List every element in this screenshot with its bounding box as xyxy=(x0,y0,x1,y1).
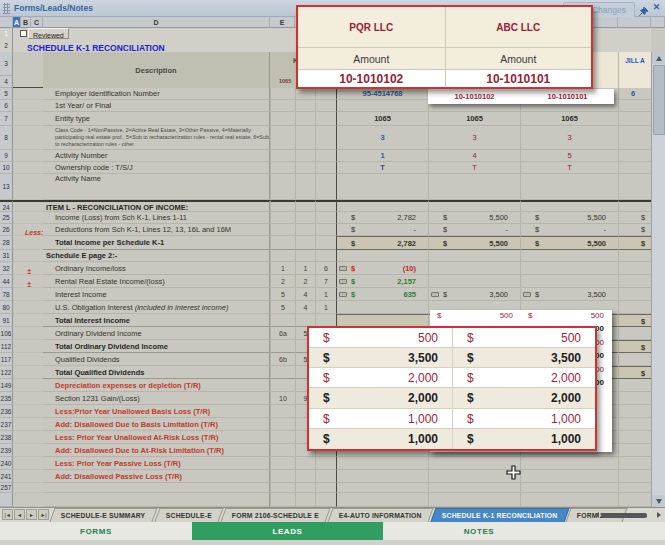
grid-cell[interactable] xyxy=(21,162,43,174)
line-number-cell[interactable] xyxy=(270,150,295,162)
grid-cell[interactable] xyxy=(618,250,651,262)
line-number-cell[interactable]: 6b xyxy=(270,353,295,366)
row-header[interactable]: 4 xyxy=(0,76,13,88)
description-cell[interactable] xyxy=(43,493,270,507)
line-number-cell[interactable]: 1 xyxy=(295,262,315,275)
grid-cell[interactable] xyxy=(428,493,520,507)
description-cell[interactable]: Employer Identification Number xyxy=(43,88,270,100)
grid-cell[interactable] xyxy=(618,150,651,162)
pin-icon[interactable] xyxy=(638,3,649,14)
reviewed-label[interactable]: Reviewed xyxy=(28,28,69,39)
line-number-cell[interactable] xyxy=(295,493,315,507)
line-number-cell[interactable] xyxy=(315,457,336,470)
row-header[interactable]: 122 xyxy=(0,366,13,379)
row-header[interactable]: 9 xyxy=(0,150,13,162)
line-number-cell[interactable] xyxy=(270,457,295,470)
grid-cell[interactable] xyxy=(618,457,651,470)
description-cell[interactable] xyxy=(43,483,270,493)
grid-cell[interactable]: T xyxy=(428,162,520,174)
line-number-cell[interactable]: 6 xyxy=(315,262,336,275)
grid-cell[interactable] xyxy=(336,301,428,314)
grid-cell[interactable] xyxy=(618,162,651,174)
description-cell[interactable]: Total Interest Income xyxy=(43,314,270,327)
grid-cell[interactable] xyxy=(618,392,651,405)
grid-cell[interactable] xyxy=(520,250,618,262)
grid-cell[interactable]: 1 xyxy=(336,150,428,162)
description-cell[interactable]: Section 1231 Gain/(Loss) xyxy=(43,392,270,405)
grid-cell[interactable] xyxy=(336,174,428,200)
grid-cell[interactable] xyxy=(13,457,21,470)
grid-cell[interactable] xyxy=(21,88,43,100)
line-number-cell[interactable]: 4 xyxy=(295,301,315,314)
grid-cell[interactable]: 3 xyxy=(520,126,618,150)
line-number-cell[interactable] xyxy=(295,483,315,493)
grid-cell[interactable] xyxy=(618,100,651,112)
grid-cell[interactable] xyxy=(21,457,43,470)
line-number-cell[interactable] xyxy=(270,483,295,493)
grid-cell[interactable]: 1065 xyxy=(520,112,618,126)
grid-cell[interactable] xyxy=(13,405,21,418)
line-number-cell[interactable] xyxy=(295,212,315,224)
line-number-cell[interactable] xyxy=(270,126,295,150)
grid-cell[interactable] xyxy=(336,483,428,493)
grid-cell[interactable] xyxy=(618,483,651,493)
grid-cell[interactable] xyxy=(618,126,651,150)
line-number-cell[interactable] xyxy=(270,212,295,224)
grid-cell[interactable] xyxy=(13,236,21,250)
column-header[interactable]: B xyxy=(21,17,31,28)
row-header[interactable]: 78 xyxy=(0,288,13,301)
select-all-corner[interactable] xyxy=(0,17,13,28)
description-cell[interactable]: Add: Disallowed Due to Basis Limitation … xyxy=(43,418,270,431)
grid-cell[interactable] xyxy=(13,470,21,483)
line-number-cell[interactable] xyxy=(270,493,295,507)
line-number-cell[interactable] xyxy=(270,162,295,174)
line-number-cell[interactable] xyxy=(295,174,315,200)
grid-cell[interactable] xyxy=(13,493,21,507)
description-cell[interactable]: Less:Prior Year Unallowed Basis Loss (T/… xyxy=(43,405,270,418)
line-number-cell[interactable] xyxy=(270,250,295,262)
line-number-cell[interactable] xyxy=(295,88,315,100)
line-number-cell[interactable] xyxy=(295,150,315,162)
grid-cell[interactable] xyxy=(13,353,21,366)
line-number-cell[interactable] xyxy=(270,340,295,353)
grid-cell[interactable] xyxy=(618,112,651,126)
grid-cell[interactable]: $ xyxy=(618,212,651,224)
grid-cell[interactable] xyxy=(21,470,43,483)
grid-cell[interactable] xyxy=(520,493,618,507)
row-header[interactable]: 235 xyxy=(0,392,13,405)
row-header[interactable]: 8 xyxy=(0,126,13,150)
row-header[interactable]: 25 xyxy=(0,212,13,224)
line-number-cell[interactable] xyxy=(270,366,295,379)
row-header[interactable]: 2 xyxy=(0,40,13,52)
description-cell[interactable]: U.S. Obligation Interest (included in in… xyxy=(43,301,270,314)
grid-cell[interactable] xyxy=(520,174,618,200)
grid-cell[interactable] xyxy=(618,379,651,392)
grid-cell[interactable] xyxy=(21,405,43,418)
hscroll-right-icon[interactable] xyxy=(657,512,661,518)
grid-cell[interactable] xyxy=(21,379,43,392)
description-cell[interactable]: Class Code - 1=NonPassive, 2=Active Real… xyxy=(43,126,270,150)
grid-cell[interactable]: $5,500 xyxy=(428,212,520,224)
line-number-cell[interactable]: 2 xyxy=(270,275,295,288)
grid-cell[interactable]: Less: xyxy=(21,224,43,236)
line-number-cell[interactable] xyxy=(315,236,336,250)
grid-cell[interactable] xyxy=(21,493,43,507)
grid-cell[interactable] xyxy=(428,174,520,200)
row-header[interactable]: 7 xyxy=(0,112,13,126)
scroll-up-button[interactable] xyxy=(652,52,665,64)
description-cell[interactable]: Activity Name xyxy=(43,174,270,200)
grid-cell[interactable] xyxy=(13,314,21,327)
row-header[interactable]: 6 xyxy=(0,100,13,112)
description-cell[interactable]: Entity type xyxy=(43,112,270,126)
tab-nav-next-button[interactable]: ► xyxy=(26,509,37,520)
grid-cell[interactable]: 1065 xyxy=(428,112,520,126)
grid-cell[interactable] xyxy=(21,126,43,150)
line-number-cell[interactable]: 7 xyxy=(315,275,336,288)
grid-cell[interactable] xyxy=(13,174,21,200)
row-header[interactable]: 112 xyxy=(0,340,13,353)
line-number-cell[interactable] xyxy=(270,444,295,457)
grid-cell[interactable] xyxy=(13,88,21,100)
grid-cell[interactable] xyxy=(13,162,21,174)
line-number-cell[interactable]: 4 xyxy=(295,288,315,301)
grid-cell[interactable] xyxy=(618,262,651,275)
